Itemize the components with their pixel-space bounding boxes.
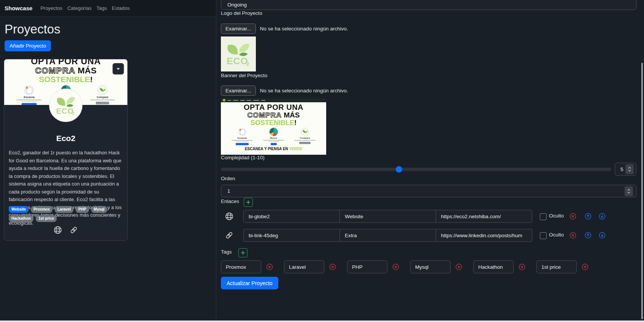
link-url-input[interactable]: [436, 229, 532, 242]
projects-panel: Showcase Proyectos Categorías Tags Estad…: [0, 0, 216, 322]
x-circle-icon: [569, 232, 576, 239]
project-badges: Website Proxmox Laravel PHP Mysql Hackat…: [9, 206, 123, 222]
update-project-button[interactable]: Actualizar Proyecto: [221, 277, 278, 289]
link-type-input[interactable]: [339, 210, 436, 223]
move-link-up-button[interactable]: [585, 232, 592, 239]
x-circle-icon: [582, 263, 588, 270]
arrow-down-circle-icon: [599, 213, 606, 220]
arrow-up-circle-icon: [585, 213, 592, 220]
tag-input[interactable]: [284, 260, 324, 273]
x-circle-icon: [455, 263, 462, 270]
site-headline-2: COMPRA MÁS: [221, 111, 326, 119]
badge-website: Website: [9, 206, 29, 213]
globe-icon[interactable]: [54, 226, 62, 234]
nav-item-proyectos[interactable]: Proyectos: [40, 5, 62, 11]
add-link-button[interactable]: [244, 198, 253, 207]
hidden-label: Oculto: [549, 213, 564, 219]
card-menu-button[interactable]: [113, 63, 124, 75]
site-mini-logo: [223, 99, 225, 102]
x-circle-icon: [569, 213, 576, 220]
logo-preview: ECO 2: [221, 36, 256, 71]
order-input[interactable]: 1: [221, 185, 636, 197]
site-feature-escanea: Escanea: [230, 128, 254, 145]
complexity-number-input[interactable]: 5: [615, 163, 636, 176]
site-headline-1: OPTA POR UNA: [4, 59, 127, 66]
delete-tag-button[interactable]: [266, 263, 273, 270]
browse-button[interactable]: Examinar...: [221, 86, 256, 96]
move-link-up-button[interactable]: [585, 213, 592, 220]
nav-item-categorias[interactable]: Categorías: [67, 5, 92, 11]
svg-text:ECO: ECO: [227, 56, 248, 66]
site-mini-navbar: [221, 98, 326, 102]
site-headline-2: COMPRA MÁS: [4, 66, 127, 75]
plant-icon: [301, 128, 309, 136]
link-icon-name-input[interactable]: [243, 210, 340, 223]
navbar-brand[interactable]: Showcase: [5, 5, 32, 11]
badge-laravel: Laravel: [55, 206, 73, 213]
plus-icon: [246, 200, 250, 204]
link-type-input[interactable]: [339, 229, 436, 242]
tags-section-label: Tags: [221, 249, 232, 255]
app-window: Showcase Proyectos Categorías Tags Estad…: [0, 0, 644, 322]
delete-tag-button[interactable]: [329, 263, 336, 270]
move-link-down-button[interactable]: [599, 232, 606, 239]
site-headline-3: SOSTENIBLE!: [4, 75, 127, 84]
x-circle-icon: [392, 263, 399, 270]
project-card: OPTA POR UNA COMPRA MÁS SOSTENIBLE! Esca…: [4, 59, 128, 241]
slider-thumb[interactable]: [396, 166, 402, 173]
banner-file-input[interactable]: Examinar... No se ha seleccionado ningún…: [221, 84, 348, 97]
delete-tag-button[interactable]: [392, 263, 399, 270]
number-spinner-icon[interactable]: [625, 164, 634, 174]
project-link-icons: [4, 226, 127, 234]
scrollbar-thumb[interactable]: [641, 63, 643, 319]
link-45deg-icon: [225, 231, 233, 240]
tag-input[interactable]: [473, 260, 514, 273]
logo-file-input[interactable]: Examinar... No se ha seleccionado ningún…: [221, 22, 348, 35]
project-edit-form: Ongoing Logo del Proyecto Examinar... No…: [216, 0, 644, 322]
file-status-text: No se ha seleccionado ningún archivo.: [260, 88, 348, 94]
svg-text:2: 2: [246, 61, 249, 66]
page-bottom-edge: [0, 320, 644, 322]
banner-label: Banner del Proyecto: [221, 73, 267, 78]
site-headline-3: SOSTENIBLE!: [221, 119, 326, 127]
hidden-checkbox[interactable]: [540, 213, 547, 220]
complexity-slider[interactable]: [221, 168, 611, 171]
link-icon[interactable]: [70, 226, 78, 234]
complexity-label: Complejidad (1-10): [221, 155, 265, 160]
number-spinner-icon[interactable]: [625, 186, 633, 196]
project-title: Eco2: [4, 134, 127, 143]
delete-tag-button[interactable]: [455, 263, 462, 270]
tag-input[interactable]: [347, 260, 387, 273]
scan-icon: [24, 85, 34, 95]
delete-link-button[interactable]: [569, 213, 576, 220]
hidden-checkbox[interactable]: [540, 232, 547, 239]
delete-tag-button[interactable]: [519, 263, 525, 270]
caret-down-icon: [117, 68, 120, 70]
status-value: Ongoing: [227, 2, 247, 8]
delete-link-button[interactable]: [569, 232, 576, 239]
complexity-value: 5: [620, 167, 623, 172]
tag-input[interactable]: [221, 260, 261, 273]
site-headline-1: OPTA POR UNA: [221, 103, 326, 111]
tag-input[interactable]: [536, 260, 577, 273]
add-tag-button[interactable]: [238, 248, 247, 257]
delete-tag-button[interactable]: [582, 263, 588, 270]
arrow-down-circle-icon: [599, 232, 606, 239]
add-project-button[interactable]: Añadir Proyecto: [5, 40, 51, 51]
site-features: Escanea Busca Compara: [221, 127, 326, 145]
link-row: Oculto: [216, 210, 644, 223]
link-url-input[interactable]: [436, 210, 532, 223]
link-icon-name-input[interactable]: [243, 229, 340, 242]
nav-item-tags[interactable]: Tags: [97, 5, 107, 11]
nav-item-estados[interactable]: Estados: [112, 5, 130, 11]
plus-icon: [241, 251, 245, 255]
status-select[interactable]: Ongoing: [221, 0, 636, 10]
browse-button[interactable]: Examinar...: [221, 24, 256, 34]
eco2-logo: ECO 2: [56, 95, 76, 115]
tag-input[interactable]: [410, 260, 450, 273]
badge-php: PHP: [76, 206, 89, 213]
arrow-up-circle-icon: [585, 232, 592, 239]
navbar-links: Proyectos Categorías Tags Estados: [40, 5, 130, 11]
move-link-down-button[interactable]: [599, 213, 606, 220]
badge-proxmox: Proxmox: [31, 206, 52, 213]
